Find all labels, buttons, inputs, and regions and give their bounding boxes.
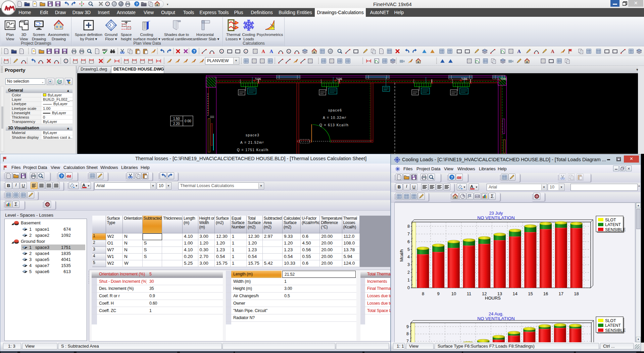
svg-text:14: 14 — [512, 291, 517, 296]
svg-text:0 00: 0 00 — [185, 119, 191, 123]
svg-text:Mcal/h: Mcal/h — [399, 249, 404, 262]
svg-text:8: 8 — [407, 224, 410, 229]
svg-text:5: 5 — [407, 247, 410, 252]
svg-text:0: 0 — [407, 285, 410, 290]
svg-text:½06: ½06 — [336, 77, 342, 81]
svg-text:SLOT: SLOT — [605, 218, 616, 222]
svg-text:7: 7 — [407, 232, 410, 236]
svg-text:6: 6 — [407, 239, 410, 244]
svg-text:9: 9 — [437, 291, 440, 296]
svg-text:HOURS: HOURS — [485, 296, 501, 301]
svg-text:SENSIBLE: SENSIBLE — [605, 328, 626, 333]
svg-text:Q = 613 Kcal/h: Q = 613 Kcal/h — [319, 123, 349, 127]
svg-text:11: 11 — [467, 291, 472, 296]
svg-text:LATENT: LATENT — [605, 323, 621, 328]
svg-text:½06: ½06 — [255, 77, 261, 81]
svg-text:SLOT: SLOT — [605, 318, 616, 323]
svg-text:1: 1 — [407, 278, 410, 282]
svg-text:10: 10 — [451, 291, 456, 296]
svg-text:9: 9 — [406, 324, 409, 329]
svg-text:3: 3 — [407, 262, 410, 267]
svg-text:23 July: 23 July — [489, 211, 503, 216]
svg-text:15: 15 — [528, 291, 533, 296]
svg-text:SENSIBLE: SENSIBLE — [605, 227, 626, 232]
svg-text:A = 10.32m²: A = 10.32m² — [323, 116, 347, 120]
svg-text:2.20: 2.20 — [173, 122, 180, 126]
svg-text:16: 16 — [543, 291, 548, 296]
svg-text:8: 8 — [406, 332, 409, 336]
svg-text:A = 21.52m²: A = 21.52m² — [240, 141, 264, 144]
svg-text:18: 18 — [574, 291, 579, 296]
svg-text:8: 8 — [422, 291, 424, 296]
svg-text:24 Aug.: 24 Aug. — [489, 311, 503, 316]
svg-text:½06: ½06 — [501, 77, 507, 81]
svg-text:2: 2 — [407, 270, 410, 275]
svg-text:space6: space6 — [328, 108, 342, 112]
svg-text:LATENT: LATENT — [605, 222, 621, 227]
svg-text:Q = 1751 Kcal/h: Q = 1751 Kcal/h — [237, 148, 269, 152]
svg-text:space3: space3 — [246, 133, 259, 137]
svg-text:½06: ½06 — [461, 77, 467, 81]
svg-text:4: 4 — [407, 255, 410, 259]
svg-text:1.50: 1.50 — [173, 117, 180, 121]
svg-text:17: 17 — [559, 291, 563, 296]
